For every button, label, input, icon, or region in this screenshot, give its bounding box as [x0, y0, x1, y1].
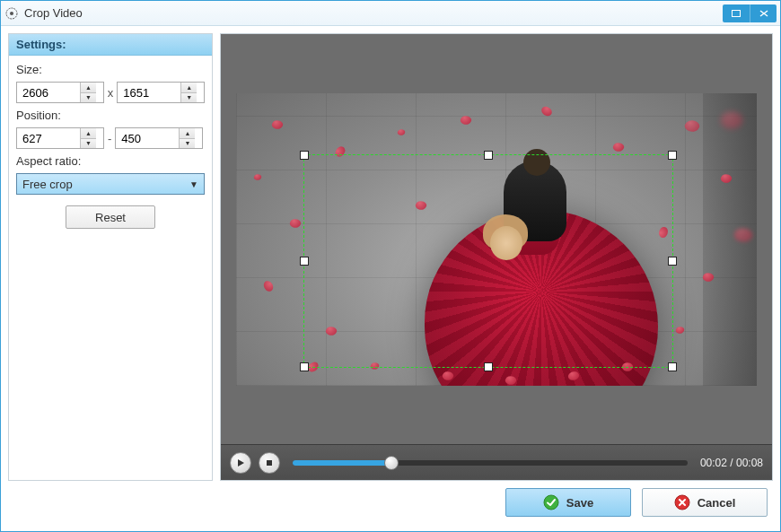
save-button[interactable]: Save: [505, 488, 631, 517]
time-total: 00:08: [736, 457, 763, 469]
position-x-up[interactable]: ▲: [81, 128, 96, 139]
preview-panel: 00:02 / 00:08: [220, 33, 773, 481]
chevron-down-icon: ▼: [189, 179, 198, 189]
titlebar[interactable]: Crop Video: [1, 1, 780, 26]
crop-handle-w[interactable]: [300, 257, 309, 266]
position-y-input[interactable]: [116, 128, 179, 148]
svg-point-7: [544, 495, 558, 510]
window-controls: [723, 4, 777, 22]
size-width-down[interactable]: ▼: [81, 93, 96, 103]
aspect-label: Aspect ratio:: [16, 154, 205, 168]
position-y-spinner[interactable]: ▲ ▼: [115, 127, 203, 149]
cancel-button[interactable]: Cancel: [642, 488, 768, 517]
cancel-icon: [674, 494, 690, 510]
crop-video-window: Crop Video Settings: Size:: [0, 0, 781, 532]
seek-bar[interactable]: [293, 460, 688, 466]
crop-handle-ne[interactable]: [668, 151, 677, 160]
seek-handle[interactable]: [384, 456, 399, 470]
size-separator: x: [108, 86, 114, 100]
size-row: ▲ ▼ x ▲ ▼: [16, 82, 205, 103]
position-x-down[interactable]: ▼: [81, 139, 96, 149]
crop-handle-n[interactable]: [484, 151, 493, 160]
svg-rect-6: [267, 460, 272, 466]
svg-marker-5: [238, 459, 244, 467]
video-area[interactable]: [221, 34, 772, 444]
crop-handle-sw[interactable]: [300, 362, 309, 371]
video-frame[interactable]: [236, 93, 757, 386]
size-width-up[interactable]: ▲: [81, 83, 96, 93]
position-x-input[interactable]: [17, 128, 80, 148]
close-button[interactable]: [750, 4, 777, 22]
position-separator: -: [108, 132, 111, 145]
position-x-spinner[interactable]: ▲ ▼: [16, 127, 104, 149]
settings-header: Settings:: [9, 34, 212, 56]
seek-fill: [293, 460, 391, 466]
size-width-spinner[interactable]: ▲ ▼: [16, 82, 104, 103]
crop-handle-se[interactable]: [668, 362, 677, 371]
size-label: Size:: [16, 63, 205, 76]
crop-handle-s[interactable]: [484, 362, 493, 371]
size-height-input[interactable]: [118, 83, 180, 102]
position-label: Position:: [16, 109, 205, 122]
player-bar: 00:02 / 00:08: [221, 444, 772, 480]
maximize-button[interactable]: [723, 4, 750, 22]
stop-button[interactable]: [259, 452, 280, 474]
size-height-up[interactable]: ▲: [181, 83, 197, 93]
size-height-spinner[interactable]: ▲ ▼: [117, 82, 205, 103]
aspect-ratio-dropdown[interactable]: Free crop ▼: [16, 173, 205, 195]
position-y-down[interactable]: ▼: [180, 139, 195, 149]
size-height-down[interactable]: ▼: [181, 93, 197, 103]
client-area: Settings: Size: ▲ ▼ x: [1, 26, 780, 531]
settings-panel: Settings: Size: ▲ ▼ x: [8, 33, 213, 481]
main-row: Settings: Size: ▲ ▼ x: [8, 33, 773, 481]
time-display: 00:02 / 00:08: [700, 457, 763, 469]
app-icon: [4, 6, 19, 21]
window-title: Crop Video: [24, 6, 83, 20]
cancel-label: Cancel: [698, 496, 736, 510]
time-separator: /: [727, 457, 736, 469]
crop-handle-e[interactable]: [668, 257, 677, 266]
dialog-button-row: Save Cancel: [8, 488, 773, 524]
settings-body: Size: ▲ ▼ x ▲: [9, 56, 212, 236]
aspect-selected-value: Free crop: [22, 178, 73, 191]
check-icon: [543, 494, 559, 510]
reset-button[interactable]: Reset: [66, 205, 155, 229]
size-width-input[interactable]: [17, 83, 80, 102]
reset-label: Reset: [95, 211, 126, 224]
position-y-up[interactable]: ▲: [180, 128, 195, 139]
crop-rectangle[interactable]: [303, 154, 673, 368]
svg-point-1: [10, 12, 13, 15]
svg-rect-2: [733, 10, 741, 16]
crop-handle-nw[interactable]: [300, 151, 309, 160]
save-label: Save: [566, 496, 593, 510]
time-current: 00:02: [700, 457, 727, 469]
play-button[interactable]: [230, 452, 251, 474]
position-row: ▲ ▼ - ▲ ▼: [16, 127, 205, 149]
